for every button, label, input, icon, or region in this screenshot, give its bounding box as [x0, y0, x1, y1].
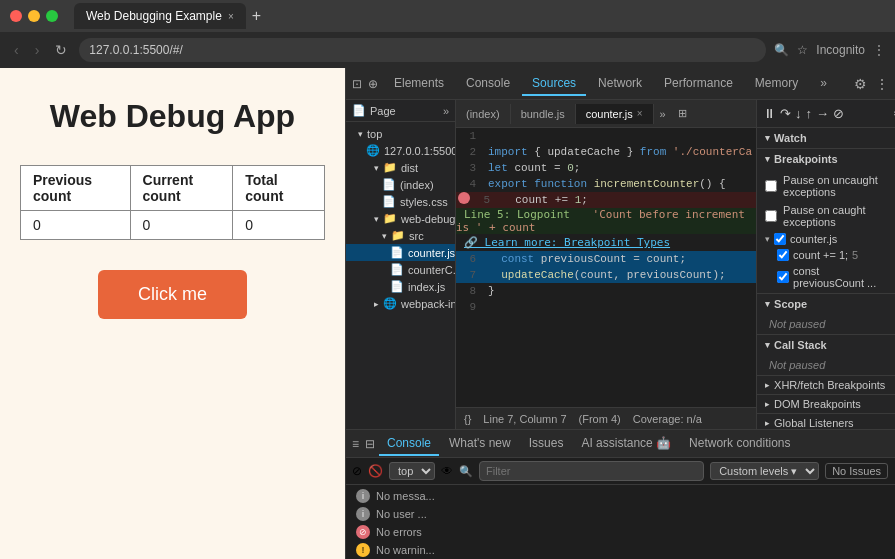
top-select[interactable]: top	[389, 462, 435, 480]
settings-icon[interactable]: ⚙	[854, 76, 867, 92]
console-block-icon[interactable]: ⊟	[365, 437, 375, 451]
msg-text-0: No messa...	[376, 490, 435, 502]
console-panel: ≡ ⊟ Console What's new Issues AI assista…	[346, 429, 895, 559]
tree-item-top[interactable]: ▾ top	[346, 126, 455, 142]
url-display: 127.0.0.1:5500/#/	[89, 43, 182, 57]
tab-performance[interactable]: Performance	[654, 72, 743, 96]
js-icon-indexjs: 📄	[390, 280, 404, 293]
dom-header[interactable]: ▸ DOM Breakpoints	[757, 395, 895, 413]
tree-item-styles[interactable]: 📄 styles.css	[346, 193, 455, 210]
menu-icon[interactable]: ⋮	[873, 43, 885, 57]
back-button[interactable]: ‹	[10, 40, 23, 60]
line-content-8: }	[484, 283, 756, 299]
search-icon[interactable]: 🔍	[774, 43, 789, 57]
expand-icon[interactable]: »	[443, 105, 449, 117]
tab-memory[interactable]: Memory	[745, 72, 808, 96]
editor-tab-counter[interactable]: counter.js ×	[576, 104, 654, 124]
pause-uncaught-checkbox[interactable]	[765, 180, 777, 192]
address-bar[interactable]: 127.0.0.1:5500/#/	[79, 38, 766, 62]
main-layout: Web Debug App Previous count Current cou…	[0, 68, 895, 559]
scope-section-header[interactable]: ▾ Scope	[757, 294, 895, 314]
chevron-scope-icon: ▾	[765, 299, 770, 309]
step-icon[interactable]: →	[816, 106, 829, 121]
console-tab-ai[interactable]: AI assistance 🤖	[573, 432, 679, 456]
eye-icon[interactable]: 👁	[441, 464, 453, 478]
tree-item-counter[interactable]: 📄 counter.js	[346, 244, 455, 261]
refresh-button[interactable]: ↻	[51, 40, 71, 60]
editor-tab-bundle[interactable]: bundle.js	[511, 104, 576, 124]
tree-item-host[interactable]: 🌐 127.0.0.1:5500	[346, 142, 455, 159]
breakpoints-section-header[interactable]: ▾ Breakpoints	[757, 149, 895, 169]
editor-tab-close-icon[interactable]: ×	[637, 108, 643, 119]
tree-item-src[interactable]: ▾ 📁 src	[346, 227, 455, 244]
new-tab-button[interactable]: +	[252, 7, 261, 25]
watch-section-header[interactable]: ▾ Watch	[757, 128, 895, 148]
tab-more[interactable]: »	[810, 72, 837, 96]
close-button[interactable]	[10, 10, 22, 22]
chevron-right-icon-2: ▸	[374, 299, 379, 309]
tree-item-index[interactable]: 📄 (index)	[346, 176, 455, 193]
pause-uncaught-item: Pause on uncaught exceptions	[757, 171, 895, 201]
bp-line6-checkbox[interactable]	[777, 271, 789, 283]
breakpoints-label: Breakpoints	[774, 153, 838, 165]
global-header[interactable]: ▸ Global Listeners	[757, 414, 895, 429]
console-clear-icon[interactable]: ⊘	[352, 464, 362, 478]
click-me-button[interactable]: Click me	[98, 270, 247, 319]
tree-item-indexjs[interactable]: 📄 index.js	[346, 278, 455, 295]
maximize-button[interactable]	[46, 10, 58, 22]
watch-label: Watch	[774, 132, 807, 144]
tab-close-button[interactable]: ×	[228, 11, 234, 22]
tab-elements[interactable]: Elements	[384, 72, 454, 96]
tree-item-webpack[interactable]: ▸ 🌐 webpack-inte...	[346, 295, 455, 312]
sources-toolbar-label: Page	[370, 105, 439, 117]
console-filter-input[interactable]	[479, 461, 704, 481]
devtools-more-icon[interactable]: ⊡	[352, 77, 362, 91]
line-number-6: 6	[456, 251, 484, 267]
tab-sources[interactable]: Sources	[522, 72, 586, 96]
step-over-icon[interactable]: ↷	[780, 106, 791, 121]
pause-icon[interactable]: ⏸	[763, 106, 776, 121]
minimize-button[interactable]	[28, 10, 40, 22]
tab-network[interactable]: Network	[588, 72, 652, 96]
console-tab-network[interactable]: Network conditions	[681, 432, 798, 456]
bp-code-2: const previousCount ...	[793, 265, 893, 289]
col-total-count: Total count	[233, 166, 325, 211]
bp-line5-checkbox[interactable]	[777, 249, 789, 261]
step-out-icon[interactable]: ↑	[806, 106, 813, 121]
learn-more-link[interactable]: 🔗 Learn more: Breakpoint Types	[456, 234, 756, 251]
editor-more-icon[interactable]: »	[654, 104, 672, 124]
editor-split-icon[interactable]: ⊞	[672, 103, 693, 124]
console-hamburger-icon[interactable]: ≡	[352, 437, 359, 451]
bp-file-label: counter.js	[790, 233, 837, 245]
call-stack-section-header[interactable]: ▾ Call Stack	[757, 335, 895, 355]
bookmark-icon[interactable]: ☆	[797, 43, 808, 57]
inspect-icon[interactable]: ⊕	[368, 77, 378, 91]
editor-tab-index[interactable]: (index)	[456, 104, 511, 124]
chevron-bp-icon: ▾	[765, 154, 770, 164]
forward-button[interactable]: ›	[31, 40, 44, 60]
chevron-watch-icon: ▾	[765, 133, 770, 143]
deactivate-icon[interactable]: ⊘	[833, 106, 844, 121]
xhr-section: ▸ XHR/fetch Breakpoints	[757, 376, 895, 395]
open-brace-icon[interactable]: {}	[464, 413, 471, 425]
table-row: 0 0 0	[21, 211, 325, 240]
console-tab-issues[interactable]: Issues	[521, 432, 572, 456]
tree-item-dist[interactable]: ▾ 📁 dist	[346, 159, 455, 176]
msg-icon-0: i	[356, 489, 370, 503]
tree-item-webdebug[interactable]: ▾ 📁 web-debug-a...	[346, 210, 455, 227]
console-tab-console[interactable]: Console	[379, 432, 439, 456]
more-options-icon[interactable]: ⋮	[875, 76, 889, 92]
custom-levels-select[interactable]: Custom levels ▾	[710, 462, 819, 480]
xhr-header[interactable]: ▸ XHR/fetch Breakpoints	[757, 376, 895, 394]
console-filter-icon[interactable]: 🚫	[368, 464, 383, 478]
console-tab-whats-new[interactable]: What's new	[441, 432, 519, 456]
active-tab[interactable]: Web Debugging Example ×	[74, 3, 246, 29]
code-line-4: 4 export function incrementCounter() {	[456, 176, 756, 192]
call-stack-section: ▾ Call Stack Not paused	[757, 335, 895, 376]
pause-caught-checkbox[interactable]	[765, 210, 777, 222]
tree-item-counterC[interactable]: 📄 counterC...	[346, 261, 455, 278]
msg-icon-3: !	[356, 543, 370, 557]
tab-console[interactable]: Console	[456, 72, 520, 96]
step-into-icon[interactable]: ↓	[795, 106, 802, 121]
bp-file-checkbox[interactable]	[774, 233, 786, 245]
